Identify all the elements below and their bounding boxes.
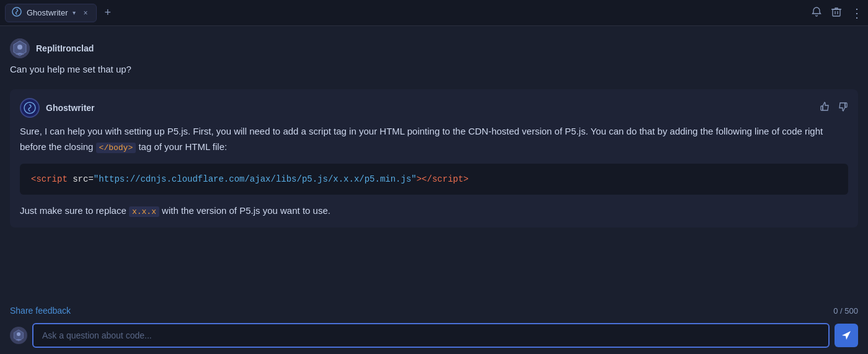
user-message: ReplitIronclad Can you help me set that … xyxy=(10,33,858,89)
ai-text-after-code-2: with the version of P5.js you want to us… xyxy=(162,205,330,216)
user-message-header: ReplitIronclad xyxy=(10,38,858,58)
input-user-avatar xyxy=(10,327,27,344)
tab-label: Ghostwriter xyxy=(27,8,68,17)
new-tab-button[interactable]: + xyxy=(100,5,115,20)
main-content: ReplitIronclad Can you help me set that … xyxy=(0,26,868,354)
chat-input[interactable] xyxy=(32,323,830,348)
svg-point-10 xyxy=(17,332,20,336)
tab-bar: Ghostwriter ▾ × + ⋮ xyxy=(0,0,868,26)
tab-chevron-icon: ▾ xyxy=(73,9,76,16)
chat-area: ReplitIronclad Can you help me set that … xyxy=(0,26,868,306)
ghostwriter-avatar xyxy=(20,98,40,118)
tab-bar-actions: ⋮ xyxy=(811,6,863,20)
thumbs-up-icon[interactable] xyxy=(820,101,831,115)
user-message-text: Can you help me set that up? xyxy=(10,62,858,77)
ai-text-after-code-1: Just make sure to replace xyxy=(20,205,126,216)
inline-body-tag: </body> xyxy=(96,143,136,153)
trash-icon[interactable] xyxy=(831,6,842,20)
svg-point-5 xyxy=(17,45,22,50)
code-str: "https://cdnjs.cloudflare.com/ajax/libs/… xyxy=(94,174,417,184)
ai-header-left: Ghostwriter xyxy=(20,98,95,118)
ai-name: Ghostwriter xyxy=(46,103,95,113)
svg-rect-1 xyxy=(833,9,840,16)
code-script-open: <script xyxy=(31,174,68,184)
ai-message: Ghostwriter xyxy=(10,89,858,228)
more-options-icon[interactable]: ⋮ xyxy=(851,7,863,19)
svg-rect-8 xyxy=(845,103,847,107)
code-script-close: ></script> xyxy=(417,174,469,184)
ai-message-body: Sure, I can help you with setting up P5.… xyxy=(20,124,848,219)
share-feedback-link[interactable]: Share feedback xyxy=(10,306,71,316)
tab-close-button[interactable]: × xyxy=(81,7,90,19)
footer: Share feedback 0 / 500 xyxy=(0,306,868,318)
code-block: <script src="https://cdnjs.cloudflare.co… xyxy=(20,164,848,195)
notifications-icon[interactable] xyxy=(811,6,822,20)
inline-version-tag: x.x.x xyxy=(129,206,159,217)
tab-icon xyxy=(12,7,22,19)
char-count: 0 / 500 xyxy=(833,306,858,316)
send-button[interactable] xyxy=(835,324,858,347)
ai-message-actions xyxy=(820,101,848,115)
input-area xyxy=(0,318,868,354)
svg-rect-7 xyxy=(821,106,823,110)
user-name: ReplitIronclad xyxy=(36,43,94,53)
code-attr: src= xyxy=(68,174,94,184)
ai-text-after-inline: tag of your HTML file: xyxy=(138,141,227,152)
ghostwriter-tab[interactable]: Ghostwriter ▾ × xyxy=(5,4,97,22)
ai-message-header: Ghostwriter xyxy=(20,98,848,118)
user-avatar xyxy=(10,38,30,58)
thumbs-down-icon[interactable] xyxy=(837,101,848,115)
